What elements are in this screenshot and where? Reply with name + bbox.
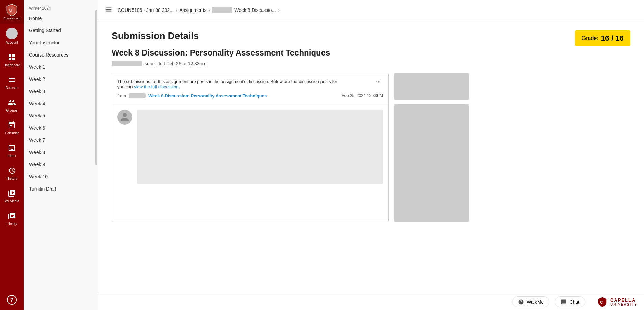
svg-text:C: C xyxy=(600,300,603,304)
from-line: from Week 8 Discussion: Personality Asse… xyxy=(117,93,383,98)
nav-label-courses: Courses xyxy=(5,86,18,90)
hamburger-menu[interactable] xyxy=(105,6,112,15)
sidebar-term: Winter 2024 xyxy=(24,3,98,12)
mymedia-icon xyxy=(7,189,17,198)
nav-item-mymedia[interactable]: My Media xyxy=(0,184,24,207)
discussion-intro-text: The submissions for this assignment are … xyxy=(117,79,337,84)
submitter-name-redacted xyxy=(112,61,142,66)
post-content-placeholder xyxy=(137,110,383,184)
sidebar-item-week8[interactable]: Week 8 xyxy=(24,146,98,158)
nav-item-inbox[interactable]: Inbox xyxy=(0,139,24,162)
avatar-area xyxy=(117,110,134,184)
walkme-button[interactable]: WalkMe xyxy=(512,296,549,307)
breadcrumb: COUN5106 - Jan 08 202... › Assignments ›… xyxy=(118,7,280,13)
course-sidebar: Winter 2024 Home Getting Started Your In… xyxy=(24,0,98,310)
bottom-bar: WalkMe Chat C CAPELLA UNIVERSITY xyxy=(98,293,644,310)
submission-text: submitted Feb 25 at 12:33pm xyxy=(145,61,206,66)
nav-item-calendar[interactable]: Calendar xyxy=(0,116,24,139)
svg-text:C: C xyxy=(9,8,12,12)
sidebar-item-week3[interactable]: Week 3 xyxy=(24,85,98,97)
left-navigation: C Courseroom Account Dashboard Courses G… xyxy=(0,0,24,310)
inbox-icon xyxy=(7,143,17,153)
sidebar-item-week2[interactable]: Week 2 xyxy=(24,73,98,85)
nav-item-dashboard[interactable]: Dashboard xyxy=(0,48,24,71)
capella-logo: C CAPELLA UNIVERSITY xyxy=(597,297,637,307)
discussion-user-redacted xyxy=(340,80,374,84)
sidebar-item-week9[interactable]: Week 9 xyxy=(24,158,98,171)
sidebar-item-getting-started[interactable]: Getting Started xyxy=(24,24,98,37)
right-side-panel xyxy=(394,73,469,222)
walkme-label: WalkMe xyxy=(527,299,544,305)
sidebar-scrollbar-thumb xyxy=(95,10,97,165)
from-user-redacted xyxy=(129,93,146,98)
breadcrumb-redacted xyxy=(212,7,232,13)
courseroom-logo[interactable]: C Courseroom xyxy=(0,0,24,24)
breadcrumb-course[interactable]: COUN5106 - Jan 08 202... xyxy=(118,7,174,13)
breadcrumb-sep-3: › xyxy=(278,7,280,13)
breadcrumb-sep-1: › xyxy=(176,7,177,13)
nav-item-library[interactable]: Library xyxy=(0,207,24,230)
library-icon xyxy=(7,211,17,221)
sidebar-item-turnitin[interactable]: Turnitin Draft xyxy=(24,183,98,195)
nav-label-groups: Groups xyxy=(6,109,18,112)
sidebar-item-week5[interactable]: Week 5 xyxy=(24,110,98,122)
discussion-body xyxy=(112,104,388,190)
chat-button[interactable]: Chat xyxy=(555,296,585,307)
sidebar-item-week4[interactable]: Week 4 xyxy=(24,97,98,110)
discussion-header: The submissions for this assignment are … xyxy=(112,73,388,104)
history-icon xyxy=(7,166,17,175)
sidebar-item-week10[interactable]: Week 10 xyxy=(24,171,98,183)
groups-icon xyxy=(7,98,17,107)
from-label: from xyxy=(117,93,126,98)
submission-info: submitted Feb 25 at 12:33pm xyxy=(112,61,630,66)
sidebar-scrollbar-track[interactable] xyxy=(95,0,98,310)
chat-label: Chat xyxy=(569,299,579,305)
nav-item-courses[interactable]: Courses xyxy=(0,71,24,94)
courses-icon xyxy=(7,75,17,85)
discussion-container: The submissions for this assignment are … xyxy=(112,73,630,222)
right-top-placeholder xyxy=(394,73,469,100)
user-avatar xyxy=(117,110,132,125)
dashboard-icon xyxy=(7,52,17,62)
grade-value: 16 / 16 xyxy=(601,34,624,43)
nav-label-mymedia: My Media xyxy=(4,199,19,203)
capella-name: CAPELLA UNIVERSITY xyxy=(610,297,637,306)
nav-label-library: Library xyxy=(7,222,17,226)
right-main-placeholder xyxy=(394,104,469,222)
account-avatar xyxy=(6,28,18,39)
sidebar-item-week7[interactable]: Week 7 xyxy=(24,134,98,146)
topbar: COUN5106 - Jan 08 202... › Assignments ›… xyxy=(98,0,644,20)
sidebar-item-your-instructor[interactable]: Your Instructor xyxy=(24,37,98,49)
nav-item-history[interactable]: History xyxy=(0,162,24,184)
grade-label: Grade: xyxy=(582,35,598,41)
view-full-discussion-link[interactable]: view the full discussion. xyxy=(134,84,180,89)
help-icon: ? xyxy=(7,295,17,305)
discussion-main-panel: The submissions for this assignment are … xyxy=(112,73,389,222)
assignment-title: Week 8 Discussion: Personality Assessmen… xyxy=(112,48,630,58)
sidebar-item-week6[interactable]: Week 6 xyxy=(24,122,98,134)
nav-label-inbox: Inbox xyxy=(8,154,16,158)
sidebar-item-week1[interactable]: Week 1 xyxy=(24,61,98,73)
nav-item-groups[interactable]: Groups xyxy=(0,94,24,116)
nav-label-account: Account xyxy=(6,41,18,44)
breadcrumb-sep-2: › xyxy=(209,7,210,13)
page-content: Grade: 16 / 16 Submission Details Week 8… xyxy=(98,20,644,293)
breadcrumb-assignments[interactable]: Assignments xyxy=(179,7,206,13)
sidebar-item-home[interactable]: Home xyxy=(24,12,98,24)
calendar-icon xyxy=(7,120,17,130)
page-title: Submission Details xyxy=(112,30,630,41)
sidebar-item-course-resources[interactable]: Course Resources xyxy=(24,49,98,61)
nav-label-dashboard: Dashboard xyxy=(4,63,20,67)
sidebar-scroll-area[interactable]: Winter 2024 Home Getting Started Your In… xyxy=(24,0,98,310)
post-title-link[interactable]: Week 8 Discussion: Personality Assessmen… xyxy=(148,93,267,98)
nav-item-account[interactable]: Account xyxy=(0,24,24,48)
breadcrumb-discussion[interactable]: Week 8 Discussio... xyxy=(234,7,276,13)
post-date: Feb 25, 2024 12:33PM xyxy=(342,93,383,98)
nav-item-help[interactable]: ? xyxy=(0,290,24,310)
main-area: COUN5106 - Jan 08 202... › Assignments ›… xyxy=(98,0,644,310)
grade-badge: Grade: 16 / 16 xyxy=(575,30,630,46)
courseroom-label: Courseroom xyxy=(3,17,20,20)
nav-label-calendar: Calendar xyxy=(5,131,19,135)
nav-label-history: History xyxy=(6,177,17,180)
